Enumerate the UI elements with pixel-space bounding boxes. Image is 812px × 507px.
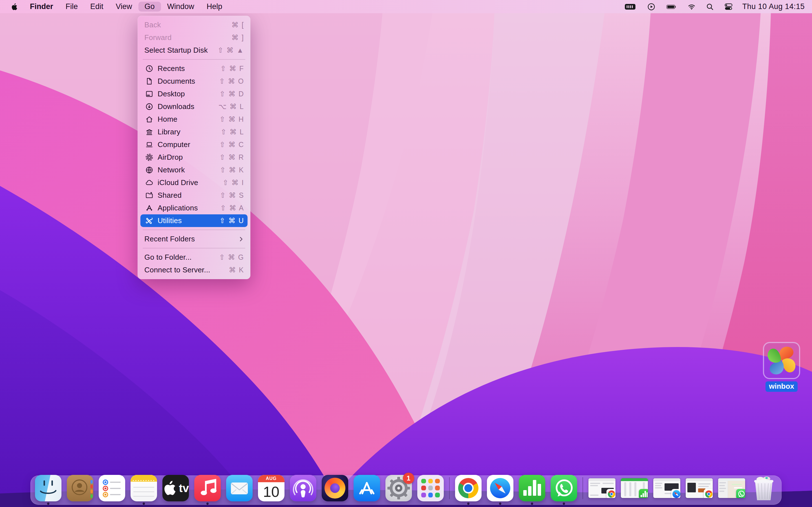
running-indicator <box>47 503 49 505</box>
dock-item-contacts[interactable] <box>67 475 93 506</box>
dock-item-music[interactable] <box>194 475 221 506</box>
keyboard-brightness-icon[interactable] <box>620 3 640 11</box>
airdrop-icon <box>144 153 154 162</box>
minimized-window-chrome[interactable] <box>589 478 615 502</box>
desktop-icon-winbox[interactable]: winbox <box>762 342 801 392</box>
menu-item-shortcut: ⇧ ⌘ ▲ <box>217 46 244 54</box>
menu-item-desktop[interactable]: Desktop ⇧ ⌘ D <box>138 88 250 100</box>
menu-item-home[interactable]: Home ⇧ ⌘ H <box>138 113 250 126</box>
menu-item-network[interactable]: Network ⇧ ⌘ K <box>138 164 250 176</box>
menu-item-shortcut: ⇧ ⌘ H <box>219 115 244 123</box>
shared-folder-icon <box>144 191 154 200</box>
wifi-icon[interactable] <box>684 3 699 11</box>
safari-icon <box>487 475 513 501</box>
menu-item-shortcut: ⇧ ⌘ D <box>219 90 244 98</box>
menu-item-documents[interactable]: Documents ⇧ ⌘ O <box>138 75 250 88</box>
music-icon <box>194 475 221 501</box>
menu-item-shortcut: ⇧ ⌘ U <box>219 217 244 225</box>
menu-separator <box>143 230 245 230</box>
reminders-icon <box>99 475 125 501</box>
dock-item-system-preferences[interactable]: 1 <box>386 475 412 506</box>
minimized-window-safari[interactable] <box>653 478 680 502</box>
battery-icon[interactable] <box>662 3 680 11</box>
menu-item-recent-folders[interactable]: Recent Folders <box>138 233 250 245</box>
spotlight-search-icon[interactable] <box>703 3 717 11</box>
mail-icon <box>226 475 253 501</box>
menu-bar-item-edit[interactable]: Edit <box>84 2 110 11</box>
menu-item-connect-to-server[interactable]: Connect to Server... ⌘ K <box>138 264 250 276</box>
dock-item-trash[interactable] <box>751 475 777 506</box>
running-indicator <box>206 503 209 505</box>
menu-item-airdrop[interactable]: AirDrop ⇧ ⌘ R <box>138 151 250 164</box>
calendar-icon: AUG 10 <box>258 475 285 501</box>
menu-item-shared[interactable]: Shared ⇧ ⌘ S <box>138 189 250 202</box>
menu-item-label: AirDrop <box>158 153 219 162</box>
desktop-wallpaper <box>0 0 812 507</box>
menu-item-computer[interactable]: Computer ⇧ ⌘ C <box>138 138 250 151</box>
dock-item-mail[interactable] <box>226 475 253 506</box>
menu-bar-clock[interactable]: Thu 10 Aug 14:15 <box>742 2 805 11</box>
dock-item-app-store[interactable] <box>354 475 380 506</box>
menu-item-label: Back <box>144 20 232 29</box>
apple-menu[interactable] <box>11 3 24 11</box>
calendar-month: AUG <box>258 475 285 482</box>
menu-bar: Finder File Edit View Go Window Help Thu… <box>0 0 812 13</box>
menu-item-select-startup-disk[interactable]: Select Startup Disk ⇧ ⌘ ▲ <box>138 44 250 57</box>
desktop-icon <box>144 89 154 99</box>
menu-item-label: Network <box>158 166 220 174</box>
running-indicator <box>499 503 501 505</box>
menu-item-go-to-folder[interactable]: Go to Folder... ⇧ ⌘ G <box>138 251 250 264</box>
menu-bar-item-file[interactable]: File <box>59 2 84 11</box>
menu-item-recents[interactable]: Recents ⇧ ⌘ F <box>138 62 250 75</box>
menu-item-downloads[interactable]: Downloads ⌥ ⌘ L <box>138 100 250 113</box>
dock-item-notes[interactable] <box>131 475 157 506</box>
menu-item-label: Downloads <box>158 102 218 111</box>
menu-bar-item-finder[interactable]: Finder <box>24 2 59 11</box>
launchpad-grid <box>421 479 440 497</box>
menu-bar-status-area: Thu 10 Aug 14:15 <box>620 0 812 13</box>
control-center-icon[interactable] <box>721 3 736 11</box>
dock-item-chrome[interactable] <box>455 475 481 506</box>
whatsapp-icon <box>551 475 577 501</box>
menu-separator <box>143 59 245 60</box>
finder-icon <box>35 475 61 501</box>
dock-item-finder[interactable] <box>35 475 61 506</box>
desktop-icon-label: winbox <box>765 381 798 392</box>
menu-item-label: Recents <box>158 64 220 73</box>
dock-item-numbers[interactable] <box>519 475 545 506</box>
dock: tv AUG 10 <box>31 475 781 505</box>
menu-item-library[interactable]: Library ⇧ ⌘ L <box>138 126 250 138</box>
menu-bar-item-go[interactable]: Go <box>139 2 161 11</box>
menu-item-shortcut: ⇧ ⌘ F <box>220 64 244 73</box>
minimized-window-whatsapp[interactable] <box>718 478 745 502</box>
chrome-icon <box>704 489 713 498</box>
now-playing-icon[interactable] <box>644 3 658 11</box>
menu-item-utilities[interactable]: Utilities ⇧ ⌘ U <box>140 214 248 227</box>
dock-item-firefox[interactable] <box>322 475 348 506</box>
minimized-window-chrome-2[interactable] <box>686 478 713 502</box>
chrome-icon <box>606 489 615 498</box>
menu-item-shortcut: ⇧ ⌘ G <box>219 253 244 262</box>
menu-bar-item-help[interactable]: Help <box>200 2 229 11</box>
dock-item-whatsapp[interactable] <box>551 475 577 506</box>
dock-item-reminders[interactable] <box>99 475 125 506</box>
whatsapp-icon <box>736 489 745 498</box>
window-thumbnail <box>589 478 615 498</box>
menu-item-shortcut: ⌘ [ <box>232 21 244 29</box>
menu-bar-item-view[interactable]: View <box>110 2 139 11</box>
document-icon <box>144 76 154 86</box>
menu-item-applications[interactable]: Applications ⇧ ⌘ A <box>138 202 250 214</box>
podcasts-icon <box>290 475 316 501</box>
dock-item-launchpad[interactable] <box>417 475 444 506</box>
notification-badge: 1 <box>403 473 414 484</box>
dock-item-calendar[interactable]: AUG 10 <box>258 475 285 506</box>
menu-item-label: Recent Folders <box>144 235 238 243</box>
winbox-clover-icon <box>766 345 797 376</box>
dock-item-safari[interactable] <box>487 475 513 506</box>
dock-item-podcasts[interactable] <box>290 475 316 506</box>
minimized-window-numbers[interactable] <box>621 478 648 502</box>
menu-item-icloud-drive[interactable]: iCloud Drive ⇧ ⌘ I <box>138 176 250 189</box>
dock-item-apple-tv[interactable]: tv <box>162 475 189 506</box>
dock-separator <box>449 477 450 499</box>
menu-bar-item-window[interactable]: Window <box>161 2 200 11</box>
